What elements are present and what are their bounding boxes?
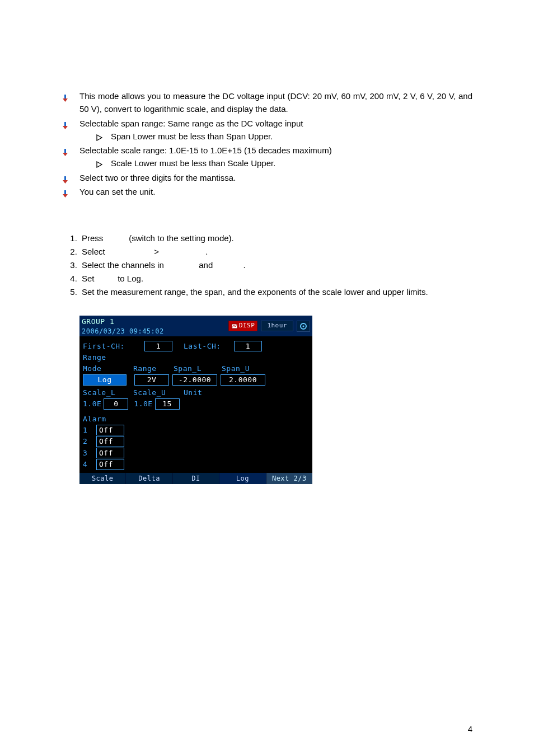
- step-text: Set to Log.: [82, 274, 143, 283]
- range-col-label: Range: [133, 364, 174, 374]
- disp-label: DISP: [239, 322, 255, 330]
- period-badge: 1hour: [261, 321, 293, 331]
- sub-list-item: Span Lower must be less than Span Upper.: [96, 130, 472, 143]
- down-arrow-icon: [62, 93, 69, 106]
- list-item: Selectable span range: Same range as the…: [62, 117, 472, 143]
- disp-badge: DISP: [228, 321, 258, 331]
- step-item: Set the measurement range, the span, and…: [79, 285, 472, 299]
- range-heading: Range: [83, 353, 106, 363]
- down-arrow-icon: [62, 120, 69, 133]
- step-item: Select the channels in and .: [79, 259, 472, 272]
- group-title: GROUP 1: [82, 317, 164, 327]
- scalel-exp[interactable]: 0: [104, 398, 128, 410]
- list-item: You can set the unit.: [62, 185, 472, 198]
- list-item: Select two or three digits for the manti…: [62, 171, 472, 184]
- alarm-value[interactable]: Off: [96, 459, 124, 470]
- alarm-row: 2 Off: [83, 436, 309, 447]
- svg-marker-9: [63, 180, 68, 184]
- bullet-text: Selectable scale range: 1.0E-15 to 1.0E+…: [79, 145, 332, 155]
- alarm-value[interactable]: Off: [96, 425, 124, 436]
- alarm-row: 1 Off: [83, 425, 309, 436]
- spanu-col-label: Span_U: [222, 364, 250, 374]
- svg-rect-5: [64, 149, 66, 153]
- scaleu-exp[interactable]: 15: [155, 398, 180, 410]
- alarm-index: 2: [83, 436, 91, 447]
- svg-marker-3: [63, 126, 68, 129]
- spanu-value[interactable]: 2.0000: [221, 374, 265, 386]
- spanl-col-label: Span_L: [174, 364, 222, 374]
- alarm-index: 3: [83, 448, 91, 458]
- step-text: Set the measurement range, the span, and…: [82, 287, 428, 297]
- alarm-index: 4: [83, 459, 91, 469]
- svg-rect-0: [64, 95, 66, 99]
- bullet-text: Selectable span range: Same range as the…: [79, 119, 303, 128]
- scaleu-label: Scale_U: [133, 388, 184, 398]
- svg-marker-4: [97, 135, 102, 140]
- svg-marker-6: [63, 153, 68, 156]
- unit-label: Unit: [184, 388, 202, 398]
- mode-select[interactable]: Log: [83, 374, 127, 386]
- scaleu-prefix: 1.0E: [134, 399, 152, 409]
- down-arrow-icon: [62, 189, 69, 201]
- chevron-right-icon: [96, 158, 103, 171]
- alarm-heading: Alarm: [83, 414, 309, 424]
- sub-bullet-text: Scale Lower must be less than Scale Uppe…: [111, 158, 275, 168]
- list-item: This mode allows you to measure the DC v…: [62, 90, 472, 116]
- step-text: Select the channels in and .: [82, 260, 246, 270]
- stop-icon: [231, 323, 238, 329]
- screenshot-body: First-CH: 1 Last-CH: 1 Range Mode Range …: [79, 336, 312, 473]
- step-text: Select > .: [82, 247, 208, 256]
- tab-delta[interactable]: Delta: [126, 473, 172, 484]
- alarm-value[interactable]: Off: [96, 436, 124, 447]
- header-timestamp: 2006/03/23 09:45:02: [82, 327, 164, 336]
- alarm-index: 1: [83, 425, 91, 435]
- tab-scale[interactable]: Scale: [79, 473, 126, 484]
- svg-rect-8: [64, 176, 66, 181]
- bullet-text: This mode allows you to measure the DC v…: [79, 91, 472, 114]
- svg-point-14: [303, 325, 305, 327]
- settings-icon: [297, 321, 310, 332]
- chevron-right-icon: [96, 132, 103, 144]
- down-arrow-icon: [62, 147, 69, 160]
- mode-col-label: Mode: [83, 364, 133, 374]
- last-ch-value[interactable]: 1: [234, 341, 262, 352]
- screenshot-header: GROUP 1 2006/03/23 09:45:02 DISP 1hour: [79, 316, 312, 336]
- step-item: Set to Log.: [79, 272, 472, 285]
- sub-bullet-text: Span Lower must be less than Span Upper.: [111, 132, 273, 141]
- tab-log[interactable]: Log: [219, 473, 266, 484]
- device-screenshot: GROUP 1 2006/03/23 09:45:02 DISP 1hour F…: [79, 316, 312, 484]
- feature-bullet-list: This mode allows you to measure the DC v…: [62, 90, 472, 198]
- spanl-value[interactable]: -2.0000: [172, 374, 217, 386]
- list-item: Selectable scale range: 1.0E-15 to 1.0E+…: [62, 144, 472, 170]
- last-ch-label: Last-CH:: [184, 341, 234, 351]
- svg-marker-7: [97, 162, 102, 167]
- step-item: Press (switch to the setting mode).: [79, 232, 472, 245]
- page-number: 4: [468, 724, 472, 734]
- bullet-text: You can set the unit.: [79, 187, 155, 196]
- bullet-text: Select two or three digits for the manti…: [79, 173, 236, 182]
- alarm-row: 4 Off: [83, 459, 309, 470]
- screenshot-footer-tabs: Scale Delta DI Log Next 2/3: [79, 473, 312, 484]
- range-value[interactable]: 2V: [134, 374, 169, 386]
- procedure-steps: Press (switch to the setting mode). Sele…: [62, 232, 472, 299]
- scalel-prefix: 1.0E: [83, 399, 101, 409]
- svg-rect-10: [64, 190, 66, 195]
- scalel-label: Scale_L: [83, 388, 133, 398]
- svg-rect-2: [64, 122, 66, 126]
- svg-marker-11: [63, 194, 68, 198]
- step-item: Select > .: [79, 245, 472, 259]
- tab-di[interactable]: DI: [173, 473, 219, 484]
- alarm-row: 3 Off: [83, 448, 309, 459]
- sub-list-item: Scale Lower must be less than Scale Uppe…: [96, 157, 472, 170]
- tab-next[interactable]: Next 2/3: [266, 473, 312, 484]
- first-ch-value[interactable]: 1: [144, 341, 172, 352]
- svg-marker-1: [63, 98, 68, 102]
- first-ch-label: First-CH:: [83, 341, 144, 351]
- step-text: Press (switch to the setting mode).: [82, 233, 234, 243]
- alarm-value[interactable]: Off: [96, 448, 124, 459]
